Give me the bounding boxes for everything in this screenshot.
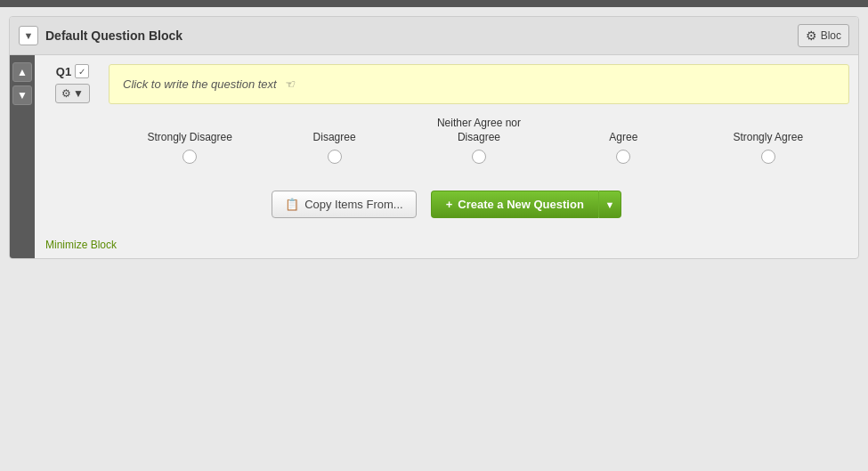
scale-option-neither: Neither Agree nor Disagree: [430, 117, 528, 164]
move-down-arrow[interactable]: ▼: [12, 85, 32, 105]
scale-radio-disagree[interactable]: [328, 150, 342, 164]
question-checkbox[interactable]: ✓: [75, 64, 89, 78]
scale-option-agree: Agree: [574, 131, 672, 165]
create-question-group: + Create a New Question ▼: [431, 191, 621, 218]
copy-icon: 📋: [285, 198, 299, 211]
scale-option-strongly-disagree: Strongly Disagree: [141, 131, 239, 165]
block-collapse-button[interactable]: ▼: [19, 26, 38, 45]
scale-radio-agree[interactable]: [616, 150, 630, 164]
scale-label-strongly-disagree: Strongly Disagree: [147, 131, 231, 145]
question-settings-button[interactable]: ⚙ ▼: [55, 84, 90, 103]
scale-option-disagree: Disagree: [286, 131, 384, 165]
question-gear-dropdown-arrow: ▼: [73, 87, 84, 100]
scale-radio-neither[interactable]: [472, 150, 486, 164]
block-header: ▼ Default Question Block ⚙ Bloc: [10, 17, 858, 55]
scale-label-agree: Agree: [609, 131, 637, 145]
create-question-label: Create a New Question: [458, 198, 584, 211]
block-settings-label: Bloc: [821, 29, 841, 42]
scale-label-strongly-agree: Strongly Agree: [733, 131, 803, 145]
question-main-area: Click to write the question text ☜ Stron…: [109, 64, 849, 164]
move-up-arrow[interactable]: ▲: [12, 62, 32, 82]
block-title: Default Question Block: [45, 28, 183, 43]
scale-label-neither: Neither Agree nor Disagree: [430, 117, 528, 144]
top-bar: [0, 0, 868, 7]
question-gear-icon: ⚙: [61, 87, 71, 100]
cursor-icon: ☜: [284, 77, 295, 91]
scale-options: Strongly Disagree Disagree Neither Agree…: [109, 117, 849, 164]
question-sidebar: Q1 ✓ ⚙ ▼: [44, 64, 101, 164]
create-question-dropdown-button[interactable]: ▼: [598, 191, 621, 218]
question-text-input[interactable]: Click to write the question text ☜: [109, 64, 849, 104]
left-sidebar: ▲ ▼: [10, 55, 35, 258]
question-label: Q1: [56, 65, 71, 78]
copy-items-button[interactable]: 📋 Copy Items From...: [272, 191, 417, 218]
gear-icon: ⚙: [806, 28, 817, 43]
scale-radio-strongly-disagree[interactable]: [183, 150, 197, 164]
scale-radio-strongly-agree[interactable]: [761, 150, 775, 164]
block-content: Q1 ✓ ⚙ ▼ Clic: [35, 55, 858, 173]
scale-option-strongly-agree: Strongly Agree: [719, 131, 817, 165]
question-block: ▼ Default Question Block ⚙ Bloc ▲ ▼: [9, 16, 859, 259]
copy-items-label: Copy Items From...: [304, 198, 403, 211]
question-text-placeholder: Click to write the question text: [123, 77, 277, 91]
actions-row: 📋 Copy Items From... + Create a New Ques…: [35, 173, 858, 231]
collapse-icon: ▼: [24, 30, 34, 41]
create-plus-icon: +: [446, 198, 453, 211]
create-question-button[interactable]: + Create a New Question: [431, 191, 598, 218]
scale-label-disagree: Disagree: [313, 131, 356, 145]
create-dropdown-arrow: ▼: [604, 199, 614, 210]
minimize-block-link[interactable]: Minimize Block: [35, 231, 127, 258]
block-settings-button[interactable]: ⚙ Bloc: [798, 24, 849, 47]
